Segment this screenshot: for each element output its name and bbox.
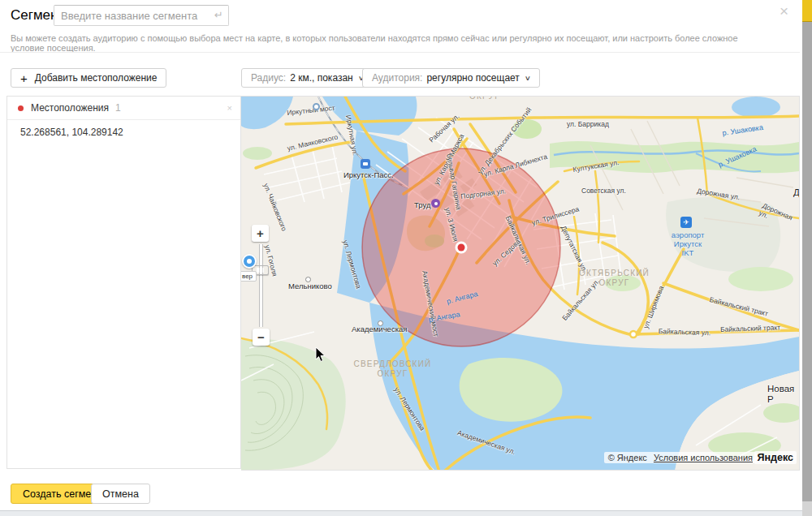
audience-value: регулярно посещает xyxy=(426,72,519,84)
map-label: Академическая xyxy=(352,325,407,334)
map-label: Советская ул. xyxy=(581,187,626,196)
map-label: Дз xyxy=(793,187,800,198)
map-label: ОКТЯБРЬСКИЙ ОКРУГ xyxy=(576,269,653,287)
header-divider xyxy=(0,52,800,53)
locations-count: 1 xyxy=(115,102,121,114)
locations-list: 52.268561, 104.289142 xyxy=(7,120,240,144)
map-label: аэропорт Иркутск IKT xyxy=(663,231,712,258)
segment-dialog: { "header": { "title": "Сегмент", "name_… xyxy=(0,0,812,516)
cancel-button[interactable]: Отмена xyxy=(91,484,150,504)
airplane-icon: ✈ xyxy=(683,218,689,226)
chevron-down-icon: ∨ xyxy=(525,75,531,82)
geolocation-poi-icon[interactable] xyxy=(242,254,257,269)
stadium-icon xyxy=(431,199,440,208)
locations-panel: Местоположения 1 × 52.268561, 104.289142 xyxy=(6,96,241,469)
radius-select[interactable]: Радиус: 2 км., показан ∨ xyxy=(241,68,374,88)
segment-name-input[interactable] xyxy=(54,5,229,26)
locations-title: Местоположения xyxy=(31,102,109,114)
scrollbar-track[interactable] xyxy=(802,0,812,516)
location-item[interactable]: 52.268561, 104.289142 xyxy=(7,120,240,144)
dialog-description: Вы можете создать аудиторию с помощью вы… xyxy=(11,33,774,53)
add-location-button[interactable]: + Добавить местоположение xyxy=(11,68,166,88)
segment-name-field: ↵ xyxy=(54,5,229,26)
map-label: Мельниково xyxy=(288,282,332,291)
audience-label: Аудитория: xyxy=(372,72,422,84)
airport-icon: ✈ xyxy=(680,217,692,228)
page-bottom-edge xyxy=(0,510,802,516)
map-label: Новая Р xyxy=(767,384,799,405)
zoom-in-button[interactable]: + xyxy=(252,225,269,242)
map-label: Иркутск-Пасс. xyxy=(343,171,394,180)
close-icon[interactable]: × xyxy=(780,3,788,19)
location-marker-dot xyxy=(18,105,24,111)
map-label: ОКРУГ xyxy=(460,96,509,101)
radius-value: 2 км., показан xyxy=(290,72,353,84)
add-location-label: Добавить местоположение xyxy=(35,72,158,84)
train-station-icon xyxy=(361,159,370,169)
terms-link[interactable]: Условия использования xyxy=(654,453,753,462)
enter-icon: ↵ xyxy=(214,9,223,21)
roundabout xyxy=(630,331,637,338)
settlement-dot-icon xyxy=(305,277,311,282)
yandex-logo: Яндекс xyxy=(754,451,797,464)
location-marker[interactable] xyxy=(456,242,468,254)
plus-icon: + xyxy=(20,72,28,84)
audience-select[interactable]: Аудитория: регулярно посещает ∨ xyxy=(362,68,540,88)
poi-chip: вер xyxy=(241,271,257,282)
zoom-out-button[interactable]: − xyxy=(253,329,270,346)
mouse-cursor xyxy=(315,346,326,366)
scrollbar-thumb[interactable] xyxy=(802,21,812,501)
map-attribution: © Яндекс Условия использования xyxy=(604,452,757,463)
bridge-icon xyxy=(313,103,320,110)
radius-label: Радиус: xyxy=(251,72,286,84)
map-canvas[interactable]: Иркутный мостИркутная ул.ул. Маяковского… xyxy=(241,96,800,471)
clear-locations-icon[interactable]: × xyxy=(227,103,232,113)
zoom-slider-track[interactable] xyxy=(259,244,263,327)
background-yellow-element xyxy=(802,0,812,22)
map-label: Труд xyxy=(414,201,430,210)
locations-panel-header: Местоположения 1 × xyxy=(7,97,240,120)
settlement-dot-icon xyxy=(378,320,383,326)
map-label: СВЕРДЛОВСКИЙ ОКРУГ xyxy=(350,359,435,378)
copyright-text: © Яндекс xyxy=(608,453,647,462)
map-label: ул. Баррикад xyxy=(567,121,609,129)
